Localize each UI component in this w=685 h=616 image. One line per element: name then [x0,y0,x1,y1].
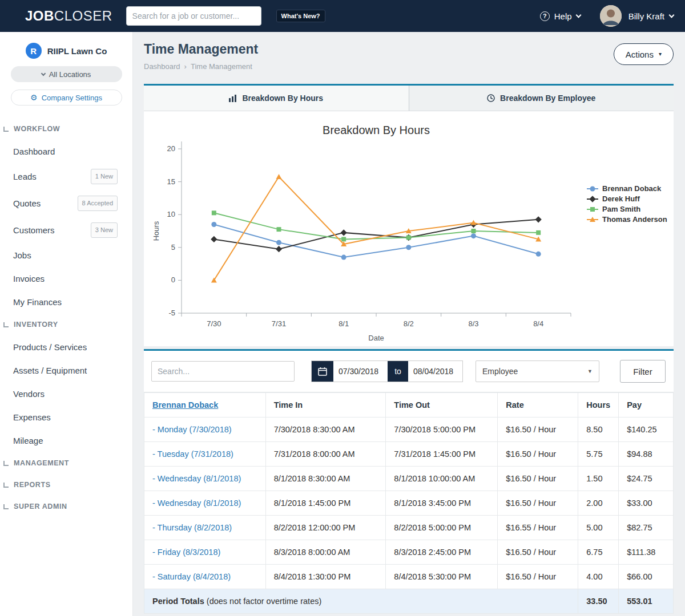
cell-hours: 2.00 [578,491,619,516]
cell-hours: 4.00 [578,565,619,589]
chart-tabs: Breakdown By Hours Breakdown By Employee [144,86,674,111]
company-switcher[interactable]: R RIIPL Lawn Co [0,32,132,59]
sidebar-item-customers[interactable]: Customers 3 New [0,217,132,244]
filter-button[interactable]: Filter [620,360,666,383]
bar-chart-icon [229,95,237,102]
table-search-input[interactable] [151,361,295,382]
breadcrumb-separator: › [184,62,187,71]
cell-day: - Wednesday (8/1/2018) [144,467,266,491]
table-row: - Wednesday (8/1/2018) 8/1/2018 8:30:00 … [144,467,674,491]
table-row: - Wednesday (8/1/2018) 8/1/2018 1:45:00 … [144,491,674,516]
sidebar-item-products-services[interactable]: Products / Services [0,335,132,359]
sidebar-item-assets-equipment[interactable]: Assets / Equipment [0,359,132,382]
table-header-row: Brennan Doback Time In Time Out Rate Hou… [144,393,674,418]
caret-down-icon: ▾ [659,51,662,57]
company-settings-button[interactable]: ⚙ Company Settings [11,90,122,106]
global-search-input[interactable] [126,6,261,26]
user-menu[interactable]: Billy Kraft [628,11,674,21]
actions-button[interactable]: Actions ▾ [614,43,674,65]
sidebar-item-jobs[interactable]: Jobs [0,244,132,267]
cell-pay: $82.75 [619,516,674,540]
timesheet-card: to Employee ▼ Filter Brennan Doback [144,349,674,614]
table-row: - Monday (7/30/2018) 7/30/2018 8:30:00 A… [144,418,674,442]
app-logo[interactable]: JOBCLOSER [25,8,112,24]
company-name: RIIPL Lawn Co [47,46,107,56]
breadcrumb-current: Time Management [191,62,252,71]
nav-section-label: INVENTORY [14,321,58,329]
cell-day: - Monday (7/30/2018) [144,418,266,442]
quotes-badge: 8 Accepted [78,196,118,211]
sidebar-item-expenses[interactable]: Expenses [0,406,132,429]
chevron-down-icon [575,12,581,18]
page-title: Time Management [144,42,258,57]
date-from-input[interactable] [333,361,388,382]
nav-item-label: Customers [13,224,55,236]
whats-new-button[interactable]: What's New? [276,10,325,22]
cell-pay: $94.88 [619,442,674,467]
help-menu[interactable]: ? Help [540,11,581,21]
sidebar-item-dashboard[interactable]: Dashboard [0,140,132,163]
nav-item-label: Assets / Equipment [13,364,87,376]
day-link[interactable]: - Wednesday (8/1/2018) [152,474,241,483]
cell-pay: $33.00 [619,491,674,516]
calendar-button[interactable] [312,361,333,382]
nav-item-label: Products / Services [13,341,87,353]
svg-text:8/1: 8/1 [339,319,349,328]
sidebar-item-invoices[interactable]: Invoices [0,267,132,290]
svg-text:8/3: 8/3 [468,319,478,328]
date-to-input[interactable] [408,361,462,382]
cell-time-in: 7/31/2018 8:00:00 AM [265,442,386,467]
svg-text:Brennan Doback: Brennan Doback [602,184,662,193]
nav-section-reports[interactable]: REPORTS [0,474,132,496]
sidebar-item-leads[interactable]: Leads 1 New [0,163,132,190]
nav-section-management[interactable]: MANAGEMENT [0,452,132,474]
cell-rate: $16.50 / Hour [498,491,578,516]
day-link[interactable]: - Thursday (8/2/2018) [152,523,232,532]
cell-time-out: 8/1/2018 10:00:00 AM [386,467,498,491]
settings-label: Company Settings [42,94,102,102]
table-row: - Tuesday (7/31/2018) 7/31/2018 8:00:00 … [144,442,674,467]
sidebar-item-mileage[interactable]: Mileage [0,429,132,452]
actions-label: Actions [626,50,654,59]
logo-light: CLOSER [54,8,112,23]
nav-section-inventory[interactable]: INVENTORY [0,314,132,335]
hours-line-chart-svg: Breakdown By Hours20151050-57/307/318/18… [144,111,674,346]
period-totals-rest: (does not factor overtime rates) [204,597,322,606]
topbar: JOBCLOSER What's New? ? Help Billy Kraft [0,0,685,32]
day-link[interactable]: - Monday (7/30/2018) [152,425,232,434]
period-totals-pay: 553.01 [619,589,674,614]
table-row: - Friday (8/3/2018) 8/3/2018 8:00:00 AM … [144,540,674,565]
sidebar-item-quotes[interactable]: Quotes 8 Accepted [0,190,132,217]
cell-time-out: 7/30/2018 5:00:00 PM [386,418,498,442]
sidebar-item-vendors[interactable]: Vendors [0,382,132,406]
tab-breakdown-by-employee[interactable]: Breakdown By Employee [409,86,674,111]
svg-text:-5: -5 [168,309,175,317]
svg-text:7/30: 7/30 [207,319,221,328]
cell-time-in: 8/3/2018 8:00:00 AM [265,540,386,565]
avatar[interactable] [600,5,622,27]
cell-day: - Saturday (8/4/2018) [144,565,266,589]
sidebar-item-my-finances[interactable]: My Finances [0,290,132,314]
date-to-label: to [388,361,408,382]
cell-day: - Wednesday (8/1/2018) [144,491,266,516]
nav-section-workflow[interactable]: WORKFLOW [0,118,132,140]
day-link[interactable]: - Friday (8/3/2018) [152,548,220,557]
nav-item-label: Expenses [13,411,51,423]
day-link[interactable]: - Wednesday (8/1/2018) [152,499,241,508]
cell-time-out: 8/3/2018 2:45:00 PM [386,540,498,565]
employee-select[interactable]: Employee ▼ [476,360,599,382]
collapse-icon [3,461,9,466]
employee-link[interactable]: Brennan Doback [152,400,218,410]
timesheet-table: Brennan Doback Time In Time Out Rate Hou… [144,392,674,614]
nav-section-super-admin[interactable]: SUPER ADMIN [0,496,132,517]
breadcrumb-dashboard[interactable]: Dashboard [144,62,180,71]
svg-text:Hours: Hours [152,221,160,241]
tab-breakdown-by-hours[interactable]: Breakdown By Hours [144,86,409,111]
day-link[interactable]: - Tuesday (7/31/2018) [152,449,233,459]
table-row: - Thursday (8/2/2018) 8/2/2018 12:00:00 … [144,516,674,540]
breadcrumb: Dashboard › Time Management [144,62,258,71]
breakdown-by-hours-chart: Breakdown By Hours20151050-57/307/318/18… [144,111,674,346]
all-locations-dropdown[interactable]: All Locations [11,66,122,82]
nav-item-label: Invoices [13,273,45,285]
day-link[interactable]: - Saturday (8/4/2018) [152,572,231,581]
